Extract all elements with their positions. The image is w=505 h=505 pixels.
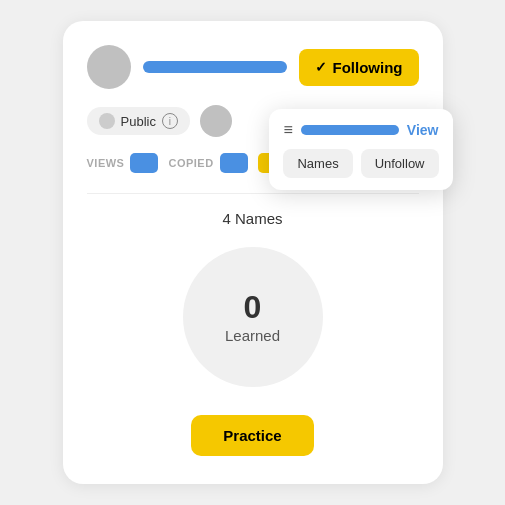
name-bar xyxy=(143,61,287,73)
info-icon[interactable]: i xyxy=(162,113,178,129)
main-card: ✓ Following Public i VIEWS COPIED ≡ View xyxy=(63,21,443,484)
names-count: 4 Names xyxy=(87,210,419,227)
list-icon: ≡ xyxy=(283,121,292,139)
progress-circle: 0 Learned xyxy=(183,247,323,387)
practice-btn-container: Practice xyxy=(87,415,419,456)
dropdown-popup: ≡ View Names Unfollow xyxy=(269,109,452,190)
avatar xyxy=(87,45,131,89)
dropdown-top: ≡ View xyxy=(283,121,438,139)
views-badge xyxy=(130,153,158,173)
views-label: VIEWS xyxy=(87,157,125,169)
following-label: Following xyxy=(333,59,403,76)
following-button[interactable]: ✓ Following xyxy=(299,49,419,86)
checkmark-icon: ✓ xyxy=(315,59,327,75)
names-button[interactable]: Names xyxy=(283,149,352,178)
copied-badge xyxy=(220,153,248,173)
circle-container: 0 Learned xyxy=(87,247,419,387)
learned-label: Learned xyxy=(225,327,280,344)
public-label: Public xyxy=(121,114,156,129)
copied-label: COPIED xyxy=(168,157,213,169)
public-toggle[interactable]: Public i xyxy=(87,107,190,135)
dropdown-actions: Names Unfollow xyxy=(283,149,438,178)
view-link[interactable]: View xyxy=(407,122,439,138)
views-stat: VIEWS xyxy=(87,153,159,173)
top-row: ✓ Following xyxy=(87,45,419,89)
divider xyxy=(87,193,419,194)
unfollow-button[interactable]: Unfollow xyxy=(361,149,439,178)
copied-stat: COPIED xyxy=(168,153,247,173)
learned-number: 0 xyxy=(244,291,262,323)
dropdown-bar xyxy=(301,125,399,135)
toggle-dot xyxy=(99,113,115,129)
practice-button[interactable]: Practice xyxy=(191,415,313,456)
avatar-small xyxy=(200,105,232,137)
